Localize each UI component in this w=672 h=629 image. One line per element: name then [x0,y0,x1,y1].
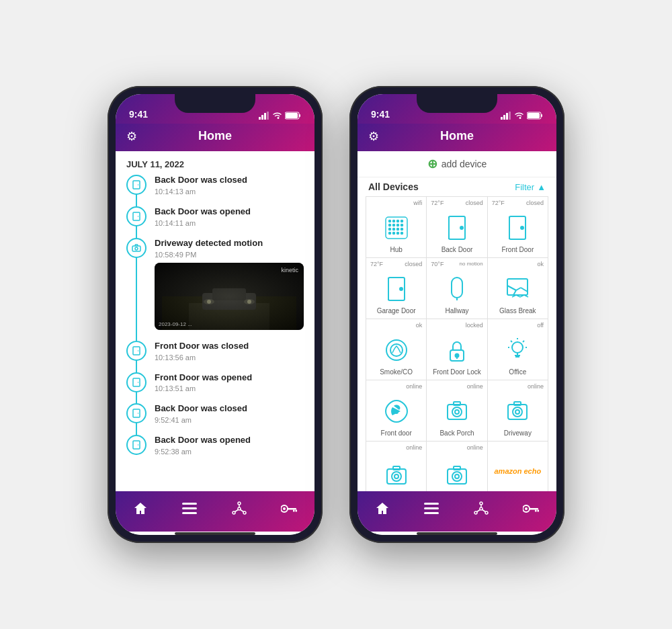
nav-key-left[interactable] [273,501,305,516]
all-devices-title: All Devices [368,181,419,192]
status-icons-left [259,112,301,120]
svg-point-63 [396,228,398,230]
activity-time: 10:14:13 am [155,187,304,196]
svg-point-101 [452,407,462,417]
svg-line-81 [507,286,516,290]
phone-notch [175,94,255,113]
phone-left: 9:41 [108,86,323,543]
svg-rect-30 [182,503,197,505]
svg-point-12 [135,247,138,250]
svg-point-119 [480,507,482,510]
svg-point-59 [396,224,398,226]
device-card-cam5[interactable]: online [427,442,487,491]
svg-point-110 [394,474,398,478]
device-status-front-door: closed [526,200,544,206]
svg-rect-5 [299,114,300,117]
device-name-back-porch: Back Porch [439,429,474,437]
svg-point-120 [480,502,482,505]
filter-button[interactable]: Filter ▲ [515,182,546,192]
device-card-amazon-echo[interactable]: amazon echo [488,442,548,491]
hub-icon [383,210,410,245]
svg-rect-46 [503,115,505,120]
device-name-hub: Hub [390,246,402,253]
nav-menu-right[interactable] [416,500,447,517]
add-device-label[interactable]: add device [442,159,487,169]
svg-line-125 [482,510,485,512]
activity-detail: Front Door was closed 10:13:56 am [155,341,304,362]
device-card-glass-break[interactable]: ok Glass Break [488,258,548,319]
device-card-front-door-cam[interactable]: online Front door [366,380,426,441]
activity-title: Driveway detected motion [155,238,304,249]
settings-icon-left[interactable]: ⚙ [126,129,137,144]
device-card-cam4[interactable]: online [366,442,426,491]
svg-rect-9 [133,212,140,220]
activity-title: Front Door was closed [155,341,304,352]
svg-line-83 [516,288,521,290]
office-light-icon [504,333,531,367]
activity-detail: Back Door was opened 10:14:11 am [155,206,304,227]
svg-rect-118 [424,512,439,514]
filter-label: Filter [515,182,534,192]
garage-door-icon [383,271,410,306]
device-card-back-door[interactable]: 72°F closed Back Door [427,197,487,257]
phone-right: 9:41 [349,86,564,543]
device-card-front-door[interactable]: 72°F closed Front Door [488,197,548,257]
nav-menu-left[interactable] [174,500,205,517]
home-bar-right [417,532,497,535]
svg-point-106 [515,410,519,414]
activity-detail: Driveway detected motion 10:58:49 PM [155,238,304,330]
door-icon [126,403,146,423]
svg-point-33 [238,507,241,510]
svg-line-38 [235,510,238,512]
svg-rect-16 [202,293,256,310]
settings-icon-right[interactable]: ⚙ [368,129,379,144]
back-porch-cam-icon [444,394,470,428]
svg-rect-116 [424,503,439,505]
activity-list: Back Door was closed 10:14:13 am Back Do… [116,175,314,456]
device-card-back-porch[interactable]: online Back Porch [427,380,487,441]
svg-rect-13 [162,263,296,330]
device-status-hallway: no motion [460,261,483,267]
svg-rect-31 [182,507,197,509]
activity-time: 10:14:11 am [155,219,304,227]
svg-line-82 [513,290,516,295]
header-title-right: Home [440,129,474,143]
activity-image[interactable]: kinetic 2023-09-12 ... [155,263,304,330]
signal-icon-right [501,112,511,120]
device-card-hub[interactable]: wifi [366,197,426,257]
svg-line-39 [240,510,243,512]
device-card-hallway[interactable]: 70°F no motion Hallway [427,258,487,319]
device-name-glass-break: Glass Break [499,307,536,314]
door-icon [126,435,146,455]
svg-rect-44 [296,510,298,512]
svg-line-84 [521,288,528,292]
activity-detail: Back Door was closed 9:52:41 am [155,403,304,424]
device-card-driveway[interactable]: online Driveway [488,380,548,441]
device-card-lock[interactable]: locked Front Door Lock [427,319,487,380]
device-card-garage[interactable]: 72°F closed Garage Door [366,258,426,319]
activity-title: Back Door was closed [155,403,304,415]
nav-network-right[interactable] [466,499,497,519]
device-name-office: Office [509,368,526,376]
svg-point-61 [388,228,390,230]
device-status-glass-break: ok [537,261,544,267]
device-status-cam5: online [467,444,483,451]
back-door-icon [444,210,470,245]
activity-time: 10:13:51 am [155,384,304,392]
activity-title: Back Door was opened [155,206,304,218]
nav-home-left[interactable] [125,499,156,519]
device-card-office[interactable]: off Off [488,319,548,380]
list-item: Front Door was opened 10:13:51 am [126,372,304,393]
battery-icon [285,112,301,120]
nav-network-left[interactable] [224,499,255,519]
device-status-smoke: ok [416,322,423,329]
svg-point-64 [401,228,403,230]
svg-point-41 [283,507,286,510]
device-card-smoke[interactable]: ok Smoke/CO [366,319,426,380]
list-item: Back Door was closed 10:14:13 am [126,175,304,196]
nav-key-right[interactable] [515,501,547,516]
image-timestamp: 2023-09-12 ... [159,321,192,327]
svg-point-21 [247,300,251,304]
nav-home-right[interactable] [367,499,398,519]
app-header-right: ⚙ Home [358,124,556,151]
